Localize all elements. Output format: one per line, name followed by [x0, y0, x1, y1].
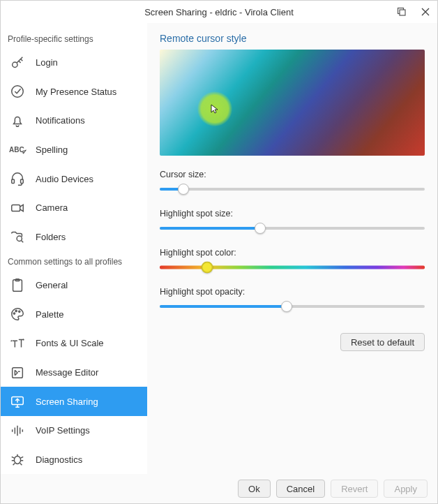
sidebar-item-camera[interactable]: Camera [1, 193, 147, 223]
highlight-opacity-field: Highlight spot opacity: [160, 287, 425, 312]
sidebar-item-label: Camera [36, 202, 68, 213]
sidebar-item-label: My Presence Status [36, 87, 116, 97]
sidebar-item-audio[interactable]: Audio Devices [1, 164, 147, 193]
slider-thumb[interactable] [202, 262, 213, 274]
key-icon [9, 54, 26, 71]
settings-window: Screen Sharing - eldric - Virola Client … [0, 0, 438, 504]
sidebar-item-voip[interactable]: VoIP Settings [1, 416, 147, 445]
sidebar-item-label: Screen Sharing [36, 396, 98, 407]
highlight-spot-preview [197, 91, 232, 126]
bell-icon [9, 112, 26, 129]
highlight-size-slider[interactable] [160, 223, 425, 234]
svg-point-12 [19, 311, 20, 313]
highlight-size-label: Highlight spot size: [160, 209, 425, 218]
message-editor-icon [9, 364, 26, 381]
reset-to-default-button[interactable]: Reset to default [340, 333, 425, 351]
sidebar-heading-common: Common settings to all profiles [1, 251, 147, 271]
svg-point-11 [15, 311, 17, 312]
highlight-color-label: Highlight spot color: [160, 248, 425, 258]
sidebar-heading-profile: Profile-specific settings [1, 29, 147, 48]
window-buttons [390, 1, 437, 23]
cursor-arrow-icon [209, 103, 220, 114]
sidebar-item-label: VoIP Settings [36, 425, 90, 436]
sidebar-item-label: Notifications [36, 115, 85, 126]
window-title: Screen Sharing - eldric - Virola Client [144, 7, 294, 17]
sidebar-item-label: General [36, 280, 68, 290]
highlight-color-field: Highlight spot color: [160, 248, 425, 273]
cursor-size-slider[interactable] [160, 184, 425, 195]
svg-point-3 [12, 86, 24, 98]
bug-icon [9, 451, 26, 468]
highlight-opacity-slider[interactable] [160, 301, 425, 312]
maximize-button[interactable] [390, 1, 414, 23]
body: Profile-specific settings Login My Prese… [1, 23, 437, 474]
general-icon [9, 277, 26, 294]
maximize-icon [397, 7, 407, 17]
slider-thumb[interactable] [255, 223, 266, 234]
camera-icon [9, 200, 26, 216]
sidebar-item-label: Audio Devices [36, 174, 93, 184]
revert-button[interactable]: Revert [331, 480, 378, 498]
svg-rect-6 [12, 205, 20, 211]
sidebar-item-notifications[interactable]: Notifications [1, 106, 147, 135]
svg-rect-1 [400, 10, 405, 15]
sidebar-item-diagnostics[interactable]: Diagnostics [1, 445, 147, 474]
highlight-opacity-label: Highlight spot opacity: [160, 287, 425, 297]
palette-icon [9, 306, 26, 323]
titlebar: Screen Sharing - eldric - Virola Client [1, 1, 437, 23]
slider-thumb[interactable] [281, 301, 292, 312]
screen-sharing-icon [9, 393, 26, 410]
reset-row: Reset to default [160, 333, 425, 351]
sidebar-item-label: Spelling [36, 144, 68, 155]
svg-point-15 [14, 457, 20, 464]
sidebar-item-general[interactable]: General [1, 271, 147, 300]
headset-icon [9, 170, 26, 187]
ok-button[interactable]: Ok [238, 480, 271, 498]
close-icon [421, 7, 430, 17]
sidebar-item-label: Diagnostics [36, 454, 82, 465]
svg-rect-5 [21, 179, 24, 184]
close-button[interactable] [414, 1, 437, 23]
svg-point-10 [13, 313, 15, 314]
sidebar-item-presence[interactable]: My Presence Status [1, 77, 147, 107]
folder-search-icon [9, 228, 26, 245]
apply-button[interactable]: Apply [384, 480, 428, 498]
cursor-size-field: Cursor size: [160, 170, 425, 195]
dialog-footer: Ok Cancel Revert Apply [1, 474, 437, 503]
check-circle-icon [9, 83, 26, 100]
spelling-icon: ABC✓ [9, 142, 26, 158]
sidebar: Profile-specific settings Login My Prese… [1, 23, 147, 474]
highlight-size-field: Highlight spot size: [160, 209, 425, 234]
sidebar-item-login[interactable]: Login [1, 48, 147, 77]
sidebar-item-label: Message Editor [36, 367, 98, 378]
sidebar-item-palette[interactable]: Palette [1, 300, 147, 329]
svg-point-7 [17, 236, 22, 241]
sidebar-item-label: Folders [36, 232, 66, 242]
cursor-size-label: Cursor size: [160, 170, 425, 179]
sidebar-item-label: Login [36, 57, 58, 68]
slider-thumb[interactable] [178, 184, 189, 195]
svg-point-2 [13, 62, 17, 67]
highlight-color-slider[interactable] [160, 262, 425, 273]
sidebar-item-message-editor[interactable]: Message Editor [1, 358, 147, 387]
voip-icon [9, 422, 26, 439]
sidebar-item-fonts[interactable]: Fonts & UI Scale [1, 329, 147, 358]
cancel-button[interactable]: Cancel [276, 480, 325, 498]
cursor-style-preview [160, 50, 425, 156]
sidebar-item-spelling[interactable]: ABC✓ Spelling [1, 135, 147, 165]
section-title: Remote cursor style [160, 33, 425, 44]
fonts-icon [9, 335, 26, 352]
svg-rect-4 [12, 179, 15, 184]
sidebar-item-screen-sharing[interactable]: Screen Sharing [1, 387, 147, 416]
sidebar-item-folders[interactable]: Folders [1, 222, 147, 251]
sidebar-item-label: Fonts & UI Scale [36, 338, 104, 348]
sidebar-item-label: Palette [36, 309, 63, 320]
content-pane: Remote cursor style Cursor size: Highlig… [147, 23, 437, 474]
